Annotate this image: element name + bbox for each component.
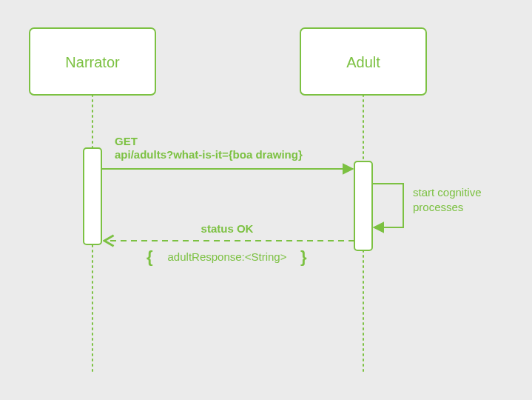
activation-narrator <box>84 148 101 244</box>
brace-close: } <box>300 247 307 266</box>
self-message-line2: processes <box>413 201 463 213</box>
request-line2: api/adults?what-is-it={boa drawing} <box>115 148 303 161</box>
response-label: status OK <box>201 222 254 235</box>
actor-label-narrator: Narrator <box>65 54 120 70</box>
actor-label-adult: Adult <box>346 54 380 70</box>
request-line1: GET <box>115 135 138 147</box>
self-message-arrow <box>372 184 403 227</box>
activation-adult <box>354 161 372 250</box>
self-message-line1: start cognitive <box>413 186 482 199</box>
response-body: adultResponse:<String> <box>168 250 287 263</box>
brace-open: { <box>147 247 153 266</box>
